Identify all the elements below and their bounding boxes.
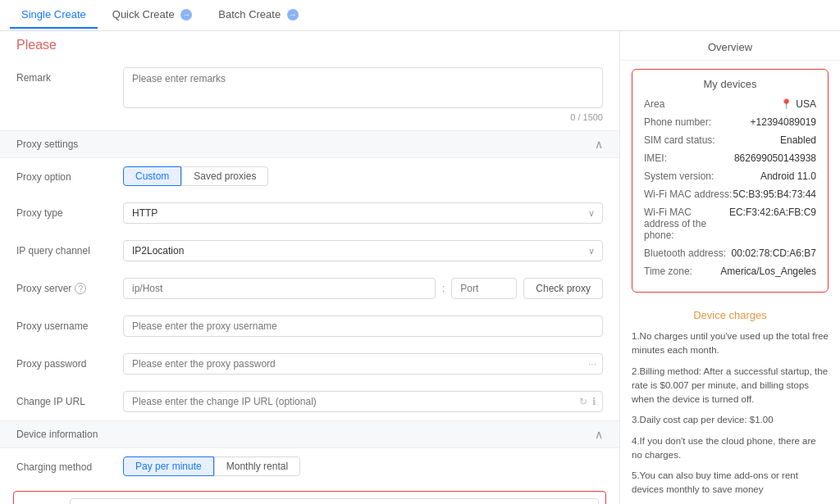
overview-wifi-phone-row: Wi-Fi MAC address of the phone: EC:F3:42… <box>644 207 816 241</box>
remark-input[interactable] <box>123 67 603 108</box>
proxy-option-control: Custom Saved proxies <box>123 166 603 186</box>
check-proxy-button[interactable]: Check proxy <box>523 278 603 299</box>
right-panel: Overview My devices Area 📍 USA Phone num… <box>620 31 840 504</box>
change-ip-url-label: Change IP URL <box>16 391 123 407</box>
overview-imei-row: IMEI: 862699050143938 <box>644 152 816 164</box>
proxy-server-label: Proxy server ? <box>16 278 123 294</box>
proxy-settings-chevron[interactable]: ∧ <box>595 138 603 151</box>
change-ip-url-control: ↻ ℹ <box>123 391 603 412</box>
overview-system-row: System version: Android 11.0 <box>644 170 816 182</box>
device-type-select-wrapper: Android 12 Android 11 Android 10 <box>70 498 599 504</box>
proxy-password-row: Proxy password ··· <box>0 345 619 383</box>
proxy-username-label: Proxy username <box>16 316 123 332</box>
proxy-host-input[interactable] <box>123 278 436 299</box>
overview-timezone-row: Time zone: America/Los_Angeles <box>644 266 816 277</box>
change-ip-url-input[interactable] <box>123 391 603 412</box>
pay-per-minute-btn[interactable]: Pay per minute <box>123 456 214 476</box>
refresh-icon[interactable]: ↻ <box>579 396 587 407</box>
ip-query-channel-label: IP query channel <box>16 240 123 257</box>
batch-create-icon: → <box>287 9 299 20</box>
proxy-option-saved[interactable]: Saved proxies <box>181 166 268 186</box>
char-count: 0 / 1500 <box>123 112 603 122</box>
my-devices-box: My devices Area 📍 USA Phone number: +123… <box>632 69 829 293</box>
ip-query-channel-control: IP2Location IP-API <box>123 240 603 261</box>
device-type-select[interactable]: Android 12 Android 11 Android 10 <box>70 498 599 504</box>
proxy-option-row: Proxy option Custom Saved proxies <box>0 158 619 194</box>
device-info-label: Device information <box>16 429 98 440</box>
proxy-password-wrapper: ··· <box>123 353 603 375</box>
proxy-username-input[interactable] <box>123 316 603 337</box>
ip-query-select-wrapper: IP2Location IP-API <box>123 240 603 261</box>
tabs-bar: Single Create Quick Create → Batch Creat… <box>0 0 840 31</box>
info-icon[interactable]: ℹ <box>592 396 596 407</box>
charge-item-3: 3.Daily cost cap per device: $1.00 <box>632 413 829 427</box>
quick-create-icon: → <box>180 9 192 20</box>
charging-method-row: Charging method Pay per minute Monthly r… <box>0 448 619 484</box>
monthly-rental-btn[interactable]: Monthly rental <box>214 456 300 476</box>
charging-btn-group: Pay per minute Monthly rental <box>123 456 603 476</box>
proxy-server-row: Proxy server ? : Check proxy <box>0 270 619 307</box>
proxy-type-control: HTTP HTTPS SOCKS5 <box>123 202 603 224</box>
proxy-server-control: : Check proxy <box>123 278 603 299</box>
proxy-port-input[interactable] <box>451 278 517 299</box>
overview-bluetooth-row: Bluetooth address: 00:02:78:CD:A6:B7 <box>644 247 816 259</box>
proxy-password-input[interactable] <box>123 353 603 375</box>
proxy-username-row: Proxy username <box>0 307 619 345</box>
proxy-password-label: Proxy password <box>16 353 123 370</box>
proxy-server-inputs: : Check proxy <box>123 278 603 299</box>
device-charges-title: Device charges <box>632 309 829 321</box>
overview-sim-row: SIM card status: Enabled <box>644 134 816 146</box>
password-eye-icon[interactable]: ··· <box>588 358 596 370</box>
proxy-type-row: Proxy type HTTP HTTPS SOCKS5 <box>0 194 619 232</box>
proxy-username-control <box>123 316 603 337</box>
ip-query-channel-select[interactable]: IP2Location IP-API <box>123 240 603 261</box>
charge-item-5: 5.You can also buy time add-ons or rent … <box>632 469 829 497</box>
charge-item-4: 4.If you don't use the cloud phone, ther… <box>632 434 829 463</box>
overview-phone-row: Phone number: +12394089019 <box>644 116 816 128</box>
charge-item-1: 1.No charges until you've used up the to… <box>632 329 829 358</box>
please-text: Please <box>0 31 619 59</box>
proxy-settings-label: Proxy settings <box>16 138 78 150</box>
device-info-header: Device information ∧ <box>0 420 619 448</box>
proxy-type-select[interactable]: HTTP HTTPS SOCKS5 <box>123 202 603 224</box>
location-icon: 📍 <box>780 98 792 110</box>
charging-method-control: Pay per minute Monthly rental <box>123 456 603 476</box>
charging-method-label: Charging method <box>16 456 123 473</box>
tab-single-create[interactable]: Single Create <box>10 2 98 29</box>
remark-label: Remark <box>16 67 123 84</box>
proxy-type-select-wrapper: HTTP HTTPS SOCKS5 <box>123 202 603 224</box>
proxy-server-help-icon[interactable]: ? <box>75 283 86 294</box>
device-charges-section: Device charges 1.No charges until you've… <box>620 301 840 504</box>
proxy-option-group: Custom Saved proxies <box>123 166 603 186</box>
overview-header: Overview <box>620 31 840 61</box>
left-panel: Please Remark 0 / 1500 Proxy settings ∧ <box>0 31 620 504</box>
change-ip-url-row: Change IP URL ↻ ℹ <box>0 383 619 420</box>
remark-row: Remark 0 / 1500 <box>0 59 619 130</box>
proxy-option-label: Proxy option <box>16 166 123 183</box>
overview-area-row: Area 📍 USA <box>644 98 816 110</box>
remark-control: 0 / 1500 <box>123 67 603 122</box>
proxy-type-label: Proxy type <box>16 202 123 219</box>
device-info-box: Type Android 12 Android 11 Android 10 Fr… <box>13 491 606 504</box>
device-type-row: Type Android 12 Android 11 Android 10 <box>21 498 599 504</box>
proxy-settings-header: Proxy settings ∧ <box>0 130 619 158</box>
proxy-option-custom[interactable]: Custom <box>123 166 181 186</box>
device-info-chevron[interactable]: ∧ <box>595 428 603 441</box>
ip-query-channel-row: IP query channel IP2Location IP-API <box>0 232 619 270</box>
overview-wifi-row: Wi-Fi MAC address: 5C:B3:95:B4:73:44 <box>644 188 816 200</box>
tab-quick-create[interactable]: Quick Create → <box>101 2 204 30</box>
port-separator: : <box>442 283 445 294</box>
proxy-password-control: ··· <box>123 353 603 375</box>
charge-item-2: 2.Billing method: After a successful sta… <box>632 365 829 407</box>
tab-batch-create[interactable]: Batch Create → <box>207 2 310 30</box>
change-ip-icons: ↻ ℹ <box>579 396 596 407</box>
my-devices-title: My devices <box>644 78 816 90</box>
